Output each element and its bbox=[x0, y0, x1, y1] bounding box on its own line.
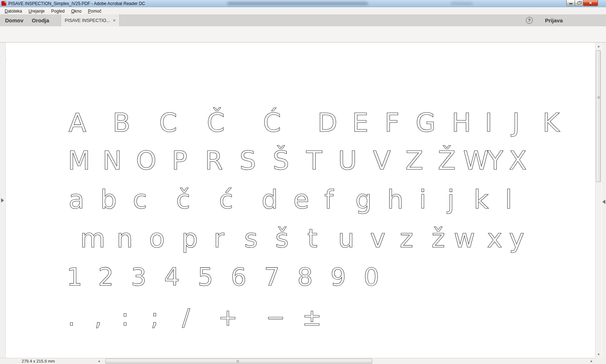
document-glyph: 4 bbox=[164, 265, 180, 289]
document-glyph: c bbox=[133, 186, 147, 212]
sign-in-button[interactable]: Prijava bbox=[545, 14, 563, 26]
document-glyph: Y bbox=[487, 147, 503, 173]
document-glyph: P bbox=[172, 147, 187, 173]
help-icon: ? bbox=[528, 18, 531, 23]
minimize-button[interactable] bbox=[566, 0, 575, 6]
document-glyph: H bbox=[452, 110, 471, 136]
document-glyph: F bbox=[385, 110, 399, 136]
document-glyph: ć bbox=[219, 186, 233, 212]
help-button[interactable]: ? bbox=[526, 17, 533, 24]
titlebar-ghost-artifact bbox=[227, 2, 368, 5]
tab-document[interactable]: PISAVE INSPECTIO... × bbox=[61, 14, 120, 26]
scroll-down-arrow[interactable]: ▼ bbox=[596, 351, 602, 357]
scrollbar-grip bbox=[237, 360, 239, 363]
titlebar-ghost-artifact bbox=[451, 2, 473, 5]
open-tools-pane-arrow[interactable] bbox=[602, 200, 605, 204]
menu-okno[interactable]: Okno bbox=[68, 8, 85, 14]
document-glyph: , bbox=[95, 306, 102, 329]
tab-tools[interactable]: Orodja bbox=[28, 14, 53, 26]
document-glyph: − bbox=[266, 306, 285, 329]
document-glyph: ž bbox=[431, 225, 445, 251]
horizontal-scrollbar[interactable] bbox=[102, 359, 588, 364]
menu-pomoc[interactable]: Pomoč bbox=[85, 8, 105, 14]
document-glyph: + bbox=[218, 306, 238, 329]
main-toolbar: 1 / 1 200% ▾ bbox=[0, 26, 606, 43]
document-glyph: m bbox=[80, 225, 105, 251]
document-glyph: / bbox=[182, 306, 190, 329]
document-glyph: 5 bbox=[198, 265, 213, 289]
scrollbar-grip bbox=[597, 96, 600, 98]
document-glyph: E bbox=[352, 110, 369, 136]
vertical-scrollbar[interactable]: ▲ ▼ bbox=[595, 43, 601, 358]
close-icon: ✕ bbox=[589, 1, 592, 5]
document-glyph: Z bbox=[405, 147, 423, 173]
page-dimensions-label: 279.4 x 215.9 mm bbox=[22, 359, 55, 363]
title-bar: PISAVE INSPECTION_Simplex_IV25.PDF - Ado… bbox=[0, 0, 606, 7]
vertical-scrollbar-thumb[interactable] bbox=[596, 50, 601, 182]
document-glyph: š bbox=[275, 225, 289, 251]
document-glyph: Ž bbox=[438, 147, 456, 173]
document-glyph: N bbox=[102, 147, 122, 173]
document-glyph: v bbox=[370, 225, 386, 251]
document-glyph: f bbox=[324, 186, 333, 212]
menu-pogled[interactable]: Pogled bbox=[48, 8, 68, 14]
document-glyph: 1 bbox=[67, 265, 82, 289]
scrollbar-corner bbox=[595, 358, 606, 364]
document-glyph: . bbox=[68, 306, 75, 329]
document-glyph: x bbox=[487, 225, 502, 251]
document-glyph: W bbox=[463, 147, 489, 173]
document-glyph: u bbox=[338, 225, 355, 251]
scroll-left-arrow[interactable]: ◄ bbox=[96, 359, 102, 364]
document-glyph: 8 bbox=[297, 265, 313, 289]
document-glyph: z bbox=[400, 225, 413, 251]
document-glyph: T bbox=[306, 147, 322, 173]
document-glyph: j bbox=[447, 186, 454, 212]
document-glyph: ± bbox=[302, 306, 322, 329]
document-glyph: e bbox=[293, 186, 309, 212]
document-glyph: O bbox=[136, 147, 157, 173]
document-glyph: : bbox=[121, 306, 129, 329]
restore-button[interactable] bbox=[575, 0, 583, 6]
open-navigation-pane-arrow[interactable] bbox=[1, 198, 4, 203]
acrobat-reader-window: PISAVE INSPECTION_Simplex_IV25.PDF - Ado… bbox=[0, 0, 606, 364]
document-glyph: ; bbox=[151, 306, 159, 329]
horizontal-scrollbar-thumb[interactable] bbox=[105, 359, 372, 364]
document-glyph: X bbox=[509, 147, 527, 173]
window-title: PISAVE INSPECTION_Simplex_IV25.PDF - Ado… bbox=[8, 1, 145, 6]
document-glyph: I bbox=[485, 110, 492, 136]
document-glyph: 9 bbox=[330, 265, 346, 289]
close-button[interactable]: ✕ bbox=[583, 0, 598, 6]
menu-datoteka[interactable]: Datoteka bbox=[1, 8, 25, 14]
document-glyph: d bbox=[262, 186, 278, 212]
document-glyph: i bbox=[419, 186, 426, 212]
document-glyph: 2 bbox=[98, 265, 114, 289]
document-glyph: Č bbox=[207, 110, 225, 136]
scroll-up-arrow[interactable]: ▲ bbox=[596, 43, 602, 49]
tab-bar: Domov Orodja PISAVE INSPECTIO... × ? Pri… bbox=[0, 14, 606, 26]
document-glyph: t bbox=[307, 225, 317, 251]
document-glyph: J bbox=[512, 110, 520, 136]
document-tab-label: PISAVE INSPECTIO... bbox=[65, 18, 110, 23]
document-glyph: Ć bbox=[263, 110, 281, 136]
menu-urejanje[interactable]: Urejanje bbox=[25, 8, 48, 14]
document-glyph: k bbox=[474, 186, 489, 212]
pdf-page: ABCČĆDEFGHIJK MNOPRSŠTUVZŽWYX abcčćdefgh… bbox=[6, 43, 595, 358]
scroll-right-arrow[interactable]: ► bbox=[589, 359, 594, 364]
document-glyph: 3 bbox=[131, 265, 146, 289]
document-glyph: A bbox=[69, 110, 86, 136]
document-glyph: 6 bbox=[231, 265, 246, 289]
acrobat-app-icon bbox=[1, 1, 6, 6]
minimize-icon bbox=[569, 3, 572, 4]
tab-home[interactable]: Domov bbox=[1, 14, 27, 26]
document-glyph: g bbox=[355, 186, 372, 212]
status-bar: 279.4 x 215.9 mm ◄ ► bbox=[0, 358, 606, 364]
tab-close-icon[interactable]: × bbox=[113, 18, 116, 23]
document-glyph: D bbox=[317, 110, 337, 136]
document-glyph: R bbox=[205, 147, 223, 173]
document-glyph: S bbox=[240, 147, 256, 173]
document-glyph: K bbox=[543, 110, 559, 136]
document-glyph: p bbox=[181, 225, 198, 251]
restore-icon bbox=[578, 2, 580, 4]
document-glyph: a bbox=[69, 186, 84, 212]
document-glyph: l bbox=[505, 186, 512, 212]
